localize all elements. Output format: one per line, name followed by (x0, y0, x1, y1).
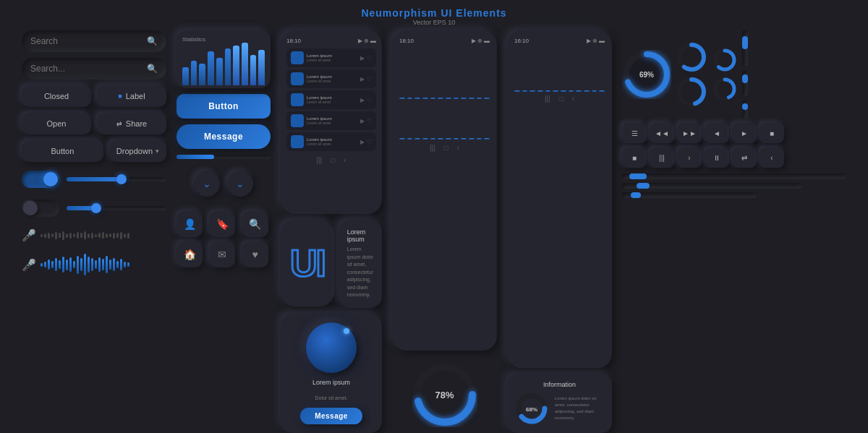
stats-bar-chart-1 (399, 48, 490, 99)
phone-nav-bars-3[interactable]: ||| (545, 95, 550, 103)
music-thumb (291, 72, 304, 85)
chevron-down-btn-2[interactable]: ⌄ (227, 171, 253, 197)
phone-nav-bars-2[interactable]: ||| (430, 144, 435, 152)
music-row[interactable]: Lorem ipsum Lorem sit amet ▶ ♡ (286, 48, 376, 67)
wave-bar (88, 233, 90, 238)
phone-nav-back-2[interactable]: ‹ (457, 144, 459, 152)
knob[interactable] (306, 322, 357, 373)
user-icon[interactable]: 👤 (176, 211, 203, 237)
wave-bar-active (44, 262, 46, 267)
stat-card: Statistics (176, 30, 271, 88)
knob-message-button[interactable]: Message (300, 408, 362, 424)
stop-icon[interactable]: ■ (760, 123, 784, 143)
dropdown-button[interactable]: Dropdown ▾ (109, 140, 166, 162)
play-icon[interactable]: ▶ (360, 118, 365, 124)
phone-nav-back-3[interactable]: ‹ (572, 95, 574, 103)
search-box-2[interactable]: 🔍 (22, 58, 166, 80)
music-thumb (291, 135, 304, 148)
play-icon[interactable]: ▶ (360, 76, 365, 82)
fast-forward-icon[interactable]: ►► (677, 123, 702, 143)
play-icon[interactable]: ▶ (360, 97, 365, 103)
bars-icon[interactable]: ||| (650, 147, 674, 168)
wave-bar-active (109, 260, 111, 270)
home-icon[interactable]: 🏠 (176, 241, 203, 267)
music-row[interactable]: Lorem ipsum Lorem sit amet ▶ ♡ (286, 132, 376, 151)
phone-nav-square-2[interactable]: □ (444, 144, 448, 152)
phone-nav-square-3[interactable]: □ (559, 95, 563, 103)
music-row[interactable]: Lorem ipsum Lorem sit amet ▶ ♡ (286, 111, 376, 130)
phone-header-3: 16:10 ▶ ⊕ ▬ (514, 38, 605, 44)
phone-nav-bars[interactable]: ||| (316, 156, 322, 164)
bar-chart-bar (242, 43, 248, 86)
btn-row-2: Open ⇄ Share (22, 113, 166, 134)
scrollbar-v-1[interactable] (742, 30, 748, 67)
wave-bar-active (66, 260, 68, 270)
scrollbar-v-2[interactable] (742, 71, 748, 96)
stat-bar (422, 138, 428, 140)
heart-icon[interactable]: ♡ (367, 118, 372, 124)
slider-track[interactable] (67, 177, 166, 181)
next-icon[interactable]: › (677, 147, 702, 168)
scrollbar-h-2[interactable] (622, 183, 801, 189)
music-row[interactable]: Lorem ipsum Lorem sit amet ▶ ♡ (286, 90, 376, 109)
waveform-active: 🎤 (22, 251, 166, 278)
label-button[interactable]: ■ Label (97, 85, 166, 107)
play-icon[interactable]: ▶ (360, 139, 365, 145)
bar-chart-bar (233, 46, 239, 85)
toggle-on[interactable] (22, 171, 59, 188)
search-input-1[interactable] (30, 36, 147, 46)
rewind-icon[interactable]: ◄◄ (650, 123, 674, 143)
wave-bar-active (106, 256, 108, 273)
search-box-1[interactable]: 🔍 (22, 30, 166, 52)
phone-nav-square[interactable]: □ (331, 156, 335, 164)
menu-icon[interactable]: ☰ (622, 123, 647, 143)
wave-bar-active (48, 260, 50, 270)
play-icon[interactable]: ► (732, 123, 757, 143)
phone-status-icons-3: ▶ ⊕ ▬ (587, 38, 605, 44)
toggle-off[interactable] (22, 200, 59, 217)
donut-sm-2 (676, 76, 707, 108)
message-button[interactable]: Message (176, 124, 271, 149)
scrollbar-h-thumb-2 (637, 183, 650, 189)
heart-icon[interactable]: ♡ (367, 139, 372, 145)
phone-nav-3: ||| □ ‹ (514, 95, 605, 103)
search-icon[interactable]: 🔍 (242, 211, 268, 237)
phone-nav-back[interactable]: ‹ (344, 156, 346, 164)
button-button[interactable]: Button (22, 140, 103, 162)
closed-button[interactable]: Closed (22, 85, 91, 107)
slider-track-2[interactable] (67, 206, 166, 210)
chevron-down-btn-1[interactable]: ⌄ (194, 171, 220, 197)
wave-bar-active (88, 257, 90, 273)
knob-lorem-text: Dolor sit amet. (315, 395, 347, 403)
prev-icon[interactable]: ◄ (705, 123, 729, 143)
stats-bar-chart-2 (399, 103, 490, 140)
back-icon[interactable]: ‹ (760, 147, 784, 168)
blue-button[interactable]: Button (176, 94, 271, 119)
play-icon[interactable]: ▶ (360, 55, 365, 61)
chevron-row: ⌄ ⌄ (176, 165, 271, 202)
bookmark-icon[interactable]: 🔖 (209, 211, 235, 237)
phone-time-3: 16:10 (514, 38, 529, 44)
bar-chart-bar (225, 48, 231, 85)
main-content: 🔍 🔍 Closed ■ Label Open ⇄ Share Button D… (0, 30, 868, 433)
heart-icon[interactable]: ♡ (367, 97, 372, 103)
mail-icon[interactable]: ✉ (209, 241, 235, 267)
heart-icon[interactable]: ♡ (367, 76, 372, 82)
share-button[interactable]: ⇄ Share (97, 113, 166, 134)
search-input-2[interactable] (30, 64, 147, 74)
scrollbar-h-3[interactable] (622, 192, 757, 198)
heart-icon[interactable]: ♡ (367, 55, 372, 61)
pause-icon[interactable]: ⏸ (705, 147, 729, 168)
stat-bar (454, 138, 459, 140)
open-button[interactable]: Open (22, 113, 91, 134)
scrollbar-h-1[interactable] (622, 173, 846, 179)
heart-icon[interactable]: ♥ (242, 241, 268, 267)
slider-thumb-2[interactable] (91, 203, 101, 213)
music-row[interactable]: Lorem ipsum Lorem sit amet ▶ ♡ (286, 69, 376, 88)
slider-thumb[interactable] (116, 174, 127, 184)
stop2-icon[interactable]: ■ (622, 147, 647, 168)
music-subtitle: Lorem sit amet (307, 79, 357, 83)
share-icon[interactable]: ⇄ (732, 147, 757, 168)
column-1: 🔍 🔍 Closed ■ Label Open ⇄ Share Button D… (22, 30, 166, 433)
scrollbar-v-3[interactable] (742, 100, 748, 119)
